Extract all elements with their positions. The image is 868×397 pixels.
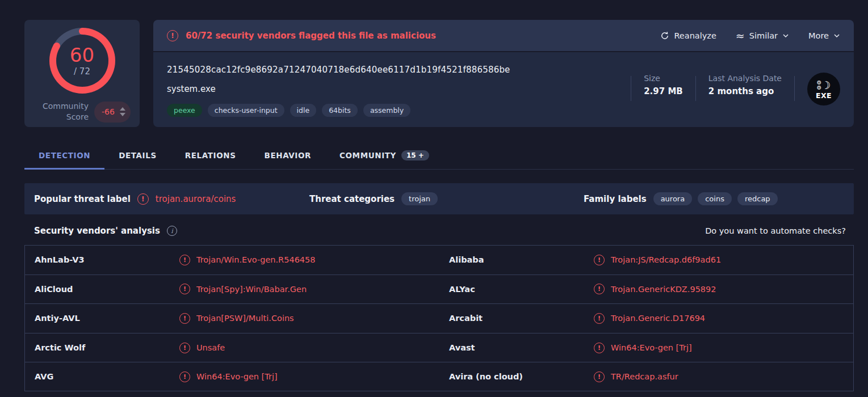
table-row: Antiy-AVL !Trojan[PSW]/Multi.Coins Arcab… [25,303,853,333]
tag-idle[interactable]: idle [290,104,317,117]
tab-relations[interactable]: RELATIONS [171,145,250,170]
vendor-name: Avira (no cloud) [449,372,594,381]
vendors-analysis-title: Security vendors' analysis [34,226,160,236]
detection-score-ring: 60 / 72 [49,28,115,94]
community-score-value: -66 [102,107,115,116]
file-name: system.exe [167,84,510,94]
vendors-analysis-header: Security vendors' analysis i Do you want… [24,214,854,245]
community-count-badge: 15 + [401,150,429,161]
alert-icon: ! [179,255,190,265]
vendor-name: AhnLab-V3 [35,255,179,264]
alert-icon: ! [167,30,178,41]
reanalyze-label: Reanalyze [674,31,716,40]
vendor-name: Antiy-AVL [35,314,179,323]
detection-result: Trojan:JS/Redcap.d6f9ad61 [611,255,721,264]
malicious-banner: ! 60/72 security vendors flagged this fi… [153,20,854,51]
chevron-down-icon [833,33,840,38]
file-type-exe-icon: ⚙⚙ ☾ EXE [807,73,840,105]
community-score-label: Community Score [41,101,89,123]
chevron-down-icon [782,33,789,38]
vendors-analysis-table: AhnLab-V3 !Trojan/Win.Evo-gen.R546458 Al… [24,245,854,391]
table-row: AhnLab-V3 !Trojan/Win.Evo-gen.R546458 Al… [25,245,853,274]
table-row: Arctic Wolf !Unsafe Avast !Win64:Evo-gen… [25,333,853,362]
automate-checks-link[interactable]: Do you want to automate checks? [705,226,846,235]
tab-behavior[interactable]: BEHAVIOR [250,145,325,170]
divider [794,76,795,101]
vendor-name: Arctic Wolf [35,343,179,352]
report-tabs: DETECTION DETAILS RELATIONS BEHAVIOR COM… [24,145,854,170]
similar-icon: ≈ [736,32,745,40]
detection-result: Trojan.Generic.D17694 [611,314,705,323]
crescent-icon: ☾ [821,80,831,91]
detection-result: Win64:Evo-gen [Trj] [611,343,692,352]
threat-label-bar: Popular threat label ! trojan.aurora/coi… [24,183,854,214]
file-info-card: 21545028cac12fc9e8692a71247040718e6d640e… [153,52,854,127]
banner-text: 60/72 security vendors flagged this file… [186,31,436,41]
alert-icon: ! [594,284,605,294]
similar-button[interactable]: ≈ Similar [736,31,789,40]
detection-result: Trojan[Spy]:Win/Babar.Gen [196,285,307,294]
alert-icon: ! [594,371,605,382]
detection-result: TR/Redcap.asfur [611,372,678,381]
popular-threat-value: trojan.aurora/coins [156,194,236,204]
alert-icon: ! [179,371,190,382]
vote-down-icon[interactable] [120,113,125,116]
alert-icon: ! [594,255,605,265]
tag-assembly[interactable]: assembly [363,104,410,117]
tab-community[interactable]: COMMUNITY 15 + [325,145,443,170]
last-analysis-date-value: 2 months ago [708,86,782,96]
table-row: AliCloud !Trojan[Spy]:Win/Babar.Gen ALYa… [25,274,853,304]
tab-details[interactable]: DETAILS [104,145,171,170]
divider [631,76,631,101]
detection-score-total: / 72 [74,66,90,77]
alert-icon: ! [179,284,190,294]
vendor-name: ALYac [449,285,594,294]
vendor-name: Avast [449,343,594,352]
table-row: AVG !Win64:Evo-gen [Trj] Avira (no cloud… [25,362,853,391]
detection-result: Trojan.GenericKDZ.95892 [611,285,716,294]
tag-peexe[interactable]: peexe [167,104,202,117]
detection-score-card: 60 / 72 Community Score -66 [24,20,140,127]
detection-result: Trojan[PSW]/Multi.Coins [196,314,294,323]
last-analysis-date-label: Last Analysis Date [708,74,782,83]
vendor-name: Arcabit [449,314,594,323]
tab-detection[interactable]: DETECTION [24,145,104,170]
detection-score-value: 60 [70,45,94,65]
divider [695,76,696,101]
vendor-name: AliCloud [35,285,179,294]
alert-icon: ! [179,343,190,353]
similar-label: Similar [749,31,778,40]
threat-category-trojan[interactable]: trojan [401,192,438,205]
vote-up-icon[interactable] [120,107,125,111]
vendor-name: Alibaba [449,255,594,264]
family-labels-label: Family labels [584,194,647,204]
info-icon[interactable]: i [167,226,177,236]
detection-result: Unsafe [196,343,225,352]
detection-result: Win64:Evo-gen [Trj] [196,372,278,381]
file-hash: 21545028cac12fc9e8692a71247040718e6d640e… [167,65,510,75]
alert-icon: ! [179,313,190,324]
community-score-widget[interactable]: -66 [94,102,131,123]
popular-threat-label: Popular threat label [34,194,131,204]
exe-label: EXE [816,91,832,100]
virustotal-report-page: 60 / 72 Community Score -66 [0,0,868,397]
size-value: 2.97 MB [644,86,683,96]
more-button[interactable]: More [808,31,840,40]
more-label: More [808,31,829,40]
tag-checks-user-input[interactable]: checks-user-input [208,104,284,117]
size-label: Size [644,74,683,83]
reanalyze-icon [660,31,669,40]
family-label-redcap[interactable]: redcap [737,192,778,205]
alert-icon: ! [137,193,149,205]
tag-64bits[interactable]: 64bits [322,104,358,117]
vendor-name: AVG [35,372,179,381]
reanalyze-button[interactable]: Reanalyze [660,31,716,40]
family-label-coins[interactable]: coins [698,192,732,205]
detection-result: Trojan/Win.Evo-gen.R546458 [196,255,316,264]
threat-categories-label: Threat categories [309,194,395,204]
alert-icon: ! [594,343,605,353]
family-label-aurora[interactable]: aurora [653,192,693,205]
alert-icon: ! [594,313,605,324]
